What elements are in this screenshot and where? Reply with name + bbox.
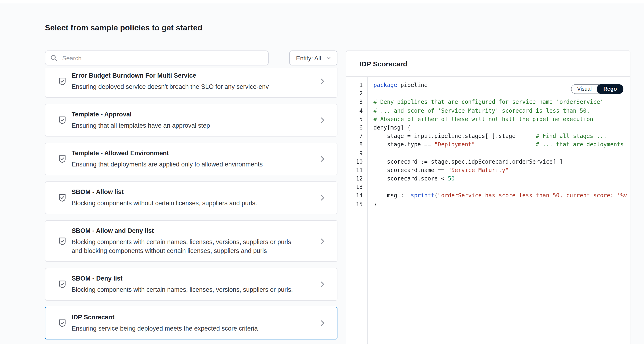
policy-card-text: SBOM - Allow and Deny list Blocking comp… bbox=[72, 227, 310, 255]
code-line: scorecard := stage.spec.idpScorecard.ord… bbox=[374, 157, 630, 166]
chevron-down-icon bbox=[326, 55, 331, 61]
chevron-right-icon bbox=[318, 77, 327, 86]
policy-description: Ensuring service being deployed meets th… bbox=[72, 324, 301, 333]
line-number: 5 bbox=[346, 115, 363, 123]
line-number: 1 bbox=[346, 81, 363, 89]
code-line: # Deny pipelines that are configured for… bbox=[374, 98, 630, 106]
policy-title: SBOM - Allow list bbox=[72, 188, 310, 196]
policy-check-icon bbox=[58, 115, 67, 125]
code-line: scorecard.score < 50 bbox=[374, 174, 630, 183]
line-number: 14 bbox=[346, 191, 363, 200]
top-divider bbox=[0, 0, 644, 3]
chevron-right-icon bbox=[318, 319, 327, 327]
line-number: 6 bbox=[346, 123, 363, 132]
chevron-right-icon bbox=[318, 237, 327, 245]
line-number: 11 bbox=[346, 166, 363, 174]
rego-toggle-button[interactable]: Rego bbox=[597, 84, 624, 94]
detail-panel-title: IDP Scorecard bbox=[360, 59, 617, 69]
policy-check-icon bbox=[58, 193, 67, 202]
policy-check-icon bbox=[58, 280, 67, 289]
policy-list-controls: Entity: All bbox=[45, 50, 338, 65]
search-input-wrapper[interactable] bbox=[45, 50, 269, 65]
policy-description: Ensuring deployed service doesn't breach… bbox=[72, 82, 301, 91]
line-number-gutter: 123456789101112131415 bbox=[346, 77, 368, 346]
entity-filter-dropdown[interactable]: Entity: All bbox=[289, 50, 338, 65]
line-number: 15 bbox=[346, 200, 363, 208]
policy-card[interactable]: Error Budget Burndown For Multi Service … bbox=[45, 68, 338, 98]
policy-check-icon bbox=[58, 154, 67, 164]
code-content: package pipeline# Deny pipelines that ar… bbox=[368, 77, 630, 346]
line-number: 4 bbox=[346, 106, 363, 115]
policy-title: Template - Approval bbox=[72, 110, 310, 118]
policy-title: Template - Allowed Environment bbox=[72, 149, 310, 157]
code-line: # ... and score of 'Service Maturity' sc… bbox=[374, 106, 630, 115]
policy-card[interactable]: Template - Allowed Environment Ensuring … bbox=[45, 143, 338, 175]
policy-check-icon bbox=[58, 236, 67, 246]
code-line: stage.type == "Deployment" # ... that ar… bbox=[374, 140, 630, 149]
policy-card[interactable]: SBOM - Deny list Blocking components wit… bbox=[45, 268, 338, 301]
policy-title: IDP Scorecard bbox=[72, 313, 310, 321]
detail-panel-header: IDP Scorecard bbox=[346, 51, 630, 77]
visual-toggle-button[interactable]: Visual bbox=[572, 85, 597, 93]
code-line: msg := sprintf("orderService has score l… bbox=[374, 191, 630, 200]
policy-card[interactable]: SBOM - Allow and Deny list Blocking comp… bbox=[45, 220, 338, 262]
entity-filter-label: Entity: All bbox=[296, 54, 321, 61]
line-number: 7 bbox=[346, 132, 363, 140]
chevron-right-icon bbox=[318, 280, 327, 289]
code-line: deny[msg] { bbox=[374, 123, 630, 132]
line-number: 3 bbox=[346, 98, 363, 106]
policy-card[interactable]: Template - Approval Ensuring that all te… bbox=[45, 104, 338, 137]
policy-description: Ensuring that all templates have an appr… bbox=[72, 121, 301, 130]
line-number: 8 bbox=[346, 140, 363, 149]
policy-check-icon bbox=[58, 319, 67, 328]
sample-policies-page: Select from sample policies to get start… bbox=[0, 0, 644, 346]
code-line bbox=[374, 149, 630, 157]
policy-list: Error Budget Burndown For Multi Service … bbox=[45, 68, 338, 344]
policy-title: SBOM - Deny list bbox=[72, 275, 310, 282]
chevron-right-icon bbox=[318, 155, 327, 163]
policy-description: Blocking components with certain names, … bbox=[72, 285, 301, 294]
line-number: 13 bbox=[346, 183, 363, 191]
search-icon bbox=[50, 54, 58, 62]
policy-title: SBOM - Allow and Deny list bbox=[72, 227, 310, 235]
code-line: stage = input.pipeline.stages[_].stage #… bbox=[374, 132, 630, 140]
policy-title: Error Budget Burndown For Multi Service bbox=[72, 71, 310, 79]
line-number: 10 bbox=[346, 157, 363, 166]
policy-check-icon bbox=[58, 77, 67, 86]
policy-detail-panel: IDP Scorecard Visual Rego 12345678910111… bbox=[346, 50, 630, 346]
policy-card-text: Template - Approval Ensuring that all te… bbox=[72, 110, 310, 130]
policy-card-text: Error Budget Burndown For Multi Service … bbox=[72, 71, 310, 91]
line-number: 12 bbox=[346, 174, 363, 183]
line-number: 2 bbox=[346, 89, 363, 98]
policy-card-text: IDP Scorecard Ensuring service being dep… bbox=[72, 313, 310, 333]
code-line: # Absence of either of these will not ha… bbox=[374, 115, 630, 123]
line-number: 9 bbox=[346, 149, 363, 157]
code-line: scorecard.name == "Service Maturity" bbox=[374, 166, 630, 174]
chevron-right-icon bbox=[318, 194, 327, 202]
code-line: } bbox=[374, 200, 630, 208]
policy-card-text: SBOM - Allow list Blocking components wi… bbox=[72, 188, 310, 208]
code-viewer: 123456789101112131415 package pipeline# … bbox=[346, 77, 630, 346]
policy-description: Ensuring that deployments are applied on… bbox=[72, 160, 301, 169]
policy-card-text: Template - Allowed Environment Ensuring … bbox=[72, 149, 310, 169]
page-title: Select from sample policies to get start… bbox=[45, 23, 202, 33]
chevron-right-icon bbox=[318, 116, 327, 124]
policy-description: Blocking components without certain lice… bbox=[72, 199, 301, 208]
bottom-strip bbox=[0, 344, 644, 346]
policy-card[interactable]: IDP Scorecard Ensuring service being dep… bbox=[45, 307, 338, 340]
policy-card-text: SBOM - Deny list Blocking components wit… bbox=[72, 275, 310, 294]
code-line bbox=[374, 183, 630, 191]
visual-rego-toggle: Visual Rego bbox=[571, 84, 624, 94]
policy-description: Blocking components with certain names, … bbox=[72, 238, 301, 255]
policy-card[interactable]: SBOM - Allow list Blocking components wi… bbox=[45, 181, 338, 214]
search-input[interactable] bbox=[61, 54, 264, 62]
